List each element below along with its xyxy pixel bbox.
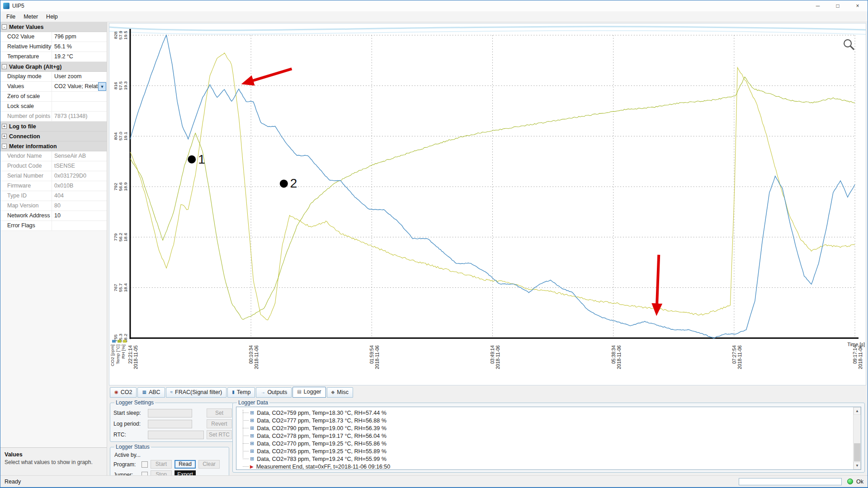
svg-text:05:38:34: 05:38:34 [611, 345, 616, 364]
prop-row-firmware[interactable]: Firmware0x010B [0, 181, 107, 191]
maximize-button[interactable]: □ [828, 0, 848, 11]
expand-icon[interactable]: + [2, 134, 7, 139]
prop-row-error-flags[interactable]: Error Flags [0, 221, 107, 231]
read-button[interactable]: Read [175, 460, 196, 469]
co2-icon: ◉ [114, 390, 118, 394]
collapse-icon[interactable]: - [2, 144, 7, 149]
svg-text:01:59:54: 01:59:54 [369, 345, 374, 364]
prop-row-temperature[interactable]: Temperature19.2 °C [0, 52, 107, 62]
prop-row-number-of-points[interactable]: Number of points7873 (11348) [0, 112, 107, 122]
values-dropdown-button[interactable]: ▼ [98, 82, 106, 91]
svg-text:18.9: 18.9 [123, 182, 128, 191]
annotation-dot-label: 1 [198, 152, 205, 166]
scroll-down-icon[interactable]: ▼ [854, 462, 861, 469]
prop-section-meter-information[interactable]: -Meter information [0, 141, 107, 151]
svg-text:816: 816 [113, 82, 118, 89]
tab-temp[interactable]: ▮Temp [227, 387, 255, 398]
annotation-dot-label: 2 [290, 176, 297, 190]
tab-abc[interactable]: ▦ABC [137, 387, 165, 398]
set-rtc-button[interactable]: Set RTC [207, 430, 232, 439]
close-button[interactable]: × [848, 0, 868, 11]
value-graph[interactable]: 82857.919.581657.519.380457.019.179256.6… [109, 23, 866, 385]
svg-text:2018-11-06: 2018-11-06 [375, 345, 380, 369]
set-button[interactable]: Set [207, 408, 232, 418]
logger-settings-group: Logger Settings Start sleep: Set Log per… [110, 399, 236, 442]
abc-chart-icon: ▦ [142, 390, 146, 394]
svg-text:767: 767 [113, 284, 118, 291]
prop-row-zero-of-scale[interactable]: Zero of scale [0, 92, 107, 102]
svg-text:18.6: 18.6 [123, 233, 128, 242]
log-data-icon: ⊞ [250, 449, 254, 454]
program-checkbox[interactable] [142, 461, 148, 468]
scrollbar-thumb[interactable] [854, 443, 860, 461]
start-button[interactable]: Start [151, 460, 172, 469]
collapse-icon[interactable]: - [2, 64, 7, 69]
clear-button[interactable]: Clear [198, 460, 220, 469]
log-entry[interactable]: ⊞Data, CO2=790 ppm, Temp=19.00 °C, RH=56… [250, 424, 851, 432]
prop-row-display-mode[interactable]: Display modeUser zoom [0, 72, 107, 82]
menu-help[interactable]: Help [42, 12, 62, 21]
prop-row-values[interactable]: ValuesCO2 Value; Relati▼ [0, 82, 107, 92]
svg-text:2018-11-06: 2018-11-06 [254, 345, 259, 369]
start-sleep-input[interactable] [148, 409, 192, 418]
tab-frac-signal-filter[interactable]: ≈FRAC(Signal filter) [166, 387, 227, 398]
minimize-button[interactable]: ─ [808, 0, 828, 11]
log-period-input[interactable] [148, 420, 192, 428]
tab-logger[interactable]: ▤Logger [292, 387, 326, 398]
svg-text:19.5: 19.5 [123, 31, 128, 40]
log-entry[interactable]: ▶Measurement End, stat=0xFF, t=2018-11-0… [250, 463, 851, 469]
prop-row-lock-scale[interactable]: Lock scale [0, 102, 107, 112]
log-data-icon: ⊞ [250, 426, 254, 431]
log-data-icon: ⊞ [250, 441, 254, 446]
property-grid: -Meter ValuesCO2 Value796 ppmRelative Hu… [0, 22, 107, 231]
collapse-icon[interactable]: - [2, 24, 7, 29]
tab-co2[interactable]: ◉CO2 [110, 387, 137, 398]
rtc-label: RTC: [113, 432, 145, 438]
menu-meter[interactable]: Meter [19, 12, 42, 21]
svg-text:2018-11-06: 2018-11-06 [617, 345, 622, 369]
misc-icon: ◆ [331, 390, 335, 394]
rtc-input[interactable] [148, 431, 204, 439]
prop-section-connection[interactable]: +Connection [0, 131, 107, 141]
log-entry[interactable]: ⊞Data, CO2=770 ppm, Temp=19.25 °C, RH=55… [250, 440, 851, 447]
logger-settings-title: Logger Settings [114, 399, 155, 406]
start-sleep-label: Start sleep: [113, 410, 145, 416]
help-title: Values [5, 451, 103, 458]
prop-row-map-version[interactable]: Map Version80 [0, 201, 107, 211]
prop-section-value-graph-alt-g[interactable]: -Value Graph (Alt+g) [0, 62, 107, 72]
prop-row-network-address[interactable]: Network Address10 [0, 211, 107, 221]
svg-text:57.0: 57.0 [118, 131, 123, 141]
svg-text:828: 828 [113, 31, 118, 39]
log-entry[interactable]: ⊞Data, CO2=777 ppm, Temp=18.73 °C, RH=56… [250, 417, 851, 424]
prop-section-meter-values[interactable]: -Meter Values [0, 22, 107, 32]
prop-row-vendor-name[interactable]: Vendor NameSenseAir AB [0, 151, 107, 161]
status-ready: Ready [5, 479, 21, 485]
prop-row-co2-value[interactable]: CO2 Value796 ppm [0, 32, 107, 42]
tab-misc[interactable]: ◆Misc [327, 387, 353, 398]
scrollbar[interactable]: ▲ ▼ [853, 407, 861, 469]
svg-text:18.4: 18.4 [123, 283, 128, 292]
magnifier-icon[interactable] [844, 40, 854, 50]
log-data-icon: ⊞ [250, 418, 254, 423]
log-entry[interactable]: ⊞Data, CO2=783 ppm, Temp=19.24 °C, RH=55… [250, 455, 851, 463]
scroll-up-icon[interactable]: ▲ [854, 407, 861, 415]
prop-section-log-to-file[interactable]: +Log to file [0, 122, 107, 131]
svg-text:00:10:34: 00:10:34 [249, 345, 254, 364]
log-entry[interactable]: ⊞Data, CO2=778 ppm, Temp=19.17 °C, RH=56… [250, 432, 851, 440]
menu-file[interactable]: File [2, 12, 19, 21]
annotation-arrow [656, 255, 659, 312]
prop-row-type-id[interactable]: Type ID404 [0, 191, 107, 201]
logger-data-list: ⊞Data, CO2=759 ppm, Temp=18.30 °C, RH=57… [236, 407, 861, 470]
expand-icon[interactable]: + [2, 124, 7, 129]
prop-row-relative-humidity[interactable]: Relative Humidity56.1 % [0, 42, 107, 52]
svg-text:19.3: 19.3 [123, 81, 128, 90]
revert-button[interactable]: Revert [207, 419, 232, 428]
log-entry[interactable]: ⊞Data, CO2=765 ppm, Temp=19.25 °C, RH=55… [250, 447, 851, 455]
outputs-icon: → [260, 390, 265, 394]
signal-filter-icon: ≈ [170, 390, 173, 394]
prop-row-product-code[interactable]: Product CodetSENSE [0, 161, 107, 171]
prop-row-serial-number[interactable]: Serial Number0x031729D0 [0, 171, 107, 181]
svg-text:2018-11-06: 2018-11-06 [495, 345, 500, 369]
log-entry[interactable]: ⊞Data, CO2=759 ppm, Temp=18.30 °C, RH=57… [250, 409, 851, 417]
tab-outputs[interactable]: →Outputs [256, 387, 292, 398]
